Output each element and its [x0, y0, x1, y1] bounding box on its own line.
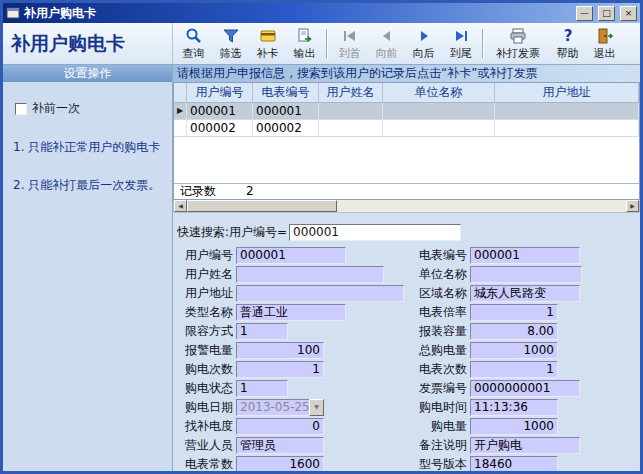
field-label: 购电量: [411, 418, 467, 435]
chevron-down-icon[interactable]: ▼: [309, 399, 324, 416]
form-row: 报警电量100 总购电量1000: [177, 341, 640, 360]
purchase-times-field[interactable]: 1: [236, 361, 324, 378]
user-id-field[interactable]: 000001: [236, 247, 346, 264]
cell-user-name: [319, 120, 383, 136]
field-label: 用户姓名: [177, 266, 233, 283]
table-row[interactable]: ▶ 000001 000001: [174, 103, 639, 120]
purchase-time-field[interactable]: 11:13:36: [470, 399, 558, 416]
invoice-number-field[interactable]: 0000000001: [470, 380, 580, 397]
minimize-icon[interactable]: —: [576, 6, 593, 21]
go-next-icon: [415, 27, 433, 45]
column-header-user-id[interactable]: 用户编号: [187, 83, 253, 102]
quick-search-row: 快速搜索:用户编号= 000001: [173, 223, 640, 242]
purchase-date-value: 2013-05-25: [236, 399, 309, 416]
form-row: 电表常数1600 型号版本18460: [177, 455, 640, 471]
operator-field[interactable]: 管理员: [236, 437, 324, 454]
field-label: 区域名称: [411, 285, 467, 302]
cell-user-id: 000002: [187, 120, 253, 136]
scrollbar-thumb[interactable]: [187, 200, 337, 212]
cell-user-address: [495, 103, 639, 119]
field-label: 电表常数: [177, 456, 233, 471]
cell-unit-name: [383, 103, 495, 119]
reprint-invoice-button[interactable]: 补打发票: [487, 24, 549, 63]
export-button[interactable]: 输出: [286, 24, 323, 63]
reissue-previous-checkbox-row[interactable]: 补前一次: [15, 100, 172, 117]
filter-button[interactable]: 筛选: [212, 24, 249, 63]
go-last-button[interactable]: 到尾: [442, 24, 479, 63]
scrollbar-track[interactable]: [337, 200, 626, 212]
column-header-user-address[interactable]: 用户地址: [495, 83, 639, 102]
field-label: 备注说明: [411, 437, 467, 454]
checkbox-label: 补前一次: [32, 100, 80, 117]
go-prev-button[interactable]: 向前: [368, 24, 405, 63]
alarm-energy-field[interactable]: 100: [236, 342, 324, 359]
meter-constant-field[interactable]: 1600: [236, 456, 324, 471]
button-label: 补卡: [257, 46, 279, 61]
unit-name-field[interactable]: [470, 266, 582, 283]
user-address-field[interactable]: [236, 285, 404, 302]
help-button[interactable]: ? 帮助: [549, 24, 586, 63]
record-count-label: 记录数: [180, 184, 216, 199]
cell-unit-name: [383, 120, 495, 136]
form-row: 找补电度0 购电量1000: [177, 417, 640, 436]
purchase-energy-field[interactable]: 1000: [470, 418, 558, 435]
spacer: [173, 213, 640, 223]
info-bar: 请根据用户申报信息，搜索到该用户的记录后点击“补卡”或补打发票: [173, 65, 640, 82]
meter-id-field[interactable]: 000001: [470, 247, 580, 264]
cell-user-id: 000001: [187, 103, 253, 119]
form-row: 购电状态1 发票编号0000000001: [177, 379, 640, 398]
quick-search-input[interactable]: 000001: [289, 224, 461, 241]
checkbox-icon[interactable]: [15, 103, 27, 115]
button-label: 退出: [594, 46, 616, 61]
form-row: 购电日期 2013-05-25 ▼ 购电时间11:13:36: [177, 398, 640, 417]
titlebar[interactable]: 补用户购电卡 — □ ×: [3, 3, 640, 23]
button-label: 到尾: [450, 46, 472, 61]
field-label: 电表倍率: [411, 304, 467, 321]
cell-user-address: [495, 120, 639, 136]
capacity-limit-mode-field[interactable]: 1: [236, 323, 288, 340]
user-name-field[interactable]: [236, 266, 384, 283]
row-selector-header: [174, 83, 187, 102]
table-row[interactable]: 000002 000002: [174, 120, 639, 137]
sidebar: 设置操作 补前一次 1. 只能补正常用户的购电卡 2. 只能补打最后一次发票。: [3, 65, 173, 471]
column-header-unit-name[interactable]: 单位名称: [383, 83, 495, 102]
query-button[interactable]: 查询: [175, 24, 212, 63]
go-next-button[interactable]: 向后: [405, 24, 442, 63]
type-name-field[interactable]: 普通工业: [236, 304, 346, 321]
button-label: 到首: [339, 46, 361, 61]
column-header-meter-id[interactable]: 电表编号: [253, 83, 319, 102]
maximize-icon[interactable]: □: [598, 6, 615, 21]
region-name-field[interactable]: 城东人民路变: [470, 285, 580, 302]
scroll-right-icon[interactable]: ▶: [626, 200, 639, 212]
purchase-date-combo[interactable]: 2013-05-25 ▼: [236, 399, 324, 416]
exit-button[interactable]: 退出: [586, 24, 623, 63]
meter-ratio-field[interactable]: 1: [470, 304, 558, 321]
button-label: 向后: [413, 46, 435, 61]
toolbar: 查询 筛选 补卡 输出 到首 向前: [173, 23, 625, 64]
table-header-row: 用户编号 电表编号 用户姓名 单位名称 用户地址: [174, 83, 639, 103]
field-label: 购电状态: [177, 380, 233, 397]
purchase-status-field[interactable]: 1: [236, 380, 288, 397]
page-title: 补用户购电卡: [3, 23, 173, 64]
card-icon: [259, 27, 277, 45]
go-first-button[interactable]: 到首: [331, 24, 368, 63]
go-prev-icon: [378, 27, 396, 45]
field-label: 用户编号: [177, 247, 233, 264]
horizontal-scrollbar[interactable]: ◀ ▶: [173, 200, 640, 213]
invoice-printer-icon: [509, 27, 527, 45]
field-label: 购电时间: [411, 399, 467, 416]
close-icon[interactable]: ×: [620, 6, 637, 21]
app-window: 补用户购电卡 — □ × 补用户购电卡 查询 筛选 补卡 输出: [0, 0, 643, 474]
scroll-left-icon[interactable]: ◀: [174, 200, 187, 212]
exit-icon: [596, 27, 614, 45]
column-header-user-name[interactable]: 用户姓名: [319, 83, 383, 102]
model-version-field[interactable]: 18460: [470, 456, 558, 471]
quick-search-label: 快速搜索:用户编号=: [177, 224, 287, 241]
meter-times-field[interactable]: 1: [470, 361, 558, 378]
total-purchased-energy-field[interactable]: 1000: [470, 342, 558, 359]
adjustment-energy-field[interactable]: 0: [236, 418, 324, 435]
installed-capacity-field[interactable]: 8.00: [470, 323, 558, 340]
go-first-icon: [341, 27, 359, 45]
remark-field[interactable]: 开户购电: [470, 437, 580, 454]
reissue-card-button[interactable]: 补卡: [249, 24, 286, 63]
